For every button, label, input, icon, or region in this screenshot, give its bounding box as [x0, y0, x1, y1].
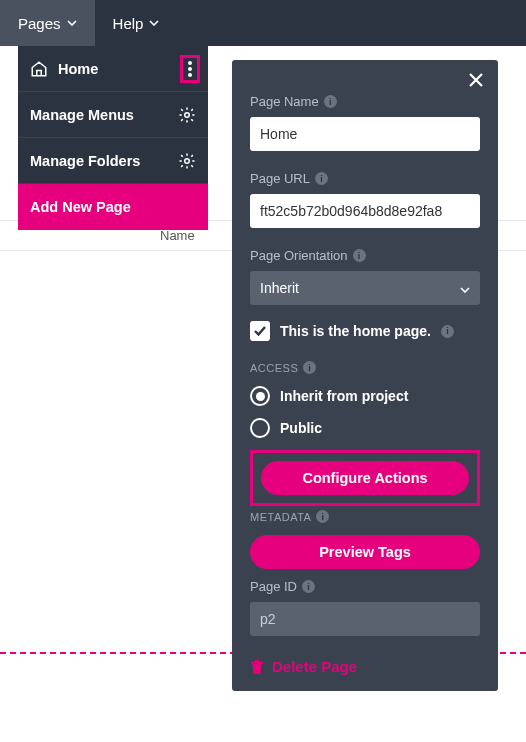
sidebar-item-home[interactable]: Home [18, 46, 208, 92]
radio-icon [250, 386, 270, 406]
manage-folders-label: Manage Folders [30, 153, 140, 169]
orientation-value: Inherit [260, 280, 299, 296]
sidebar-item-manage-folders[interactable]: Manage Folders [18, 138, 208, 184]
access-section-header: ACCESS i [250, 361, 480, 374]
chevron-down-icon [67, 20, 77, 26]
radio-icon [250, 418, 270, 438]
home-page-checkbox-row[interactable]: This is the home page. i [250, 321, 480, 341]
page-url-input[interactable] [250, 194, 480, 228]
page-name-input[interactable] [250, 117, 480, 151]
topbar: Pages Help [0, 0, 526, 46]
configure-actions-highlight: Configure Actions [250, 450, 480, 506]
topbar-help-label: Help [113, 15, 144, 32]
info-icon[interactable]: i [441, 325, 454, 338]
info-icon[interactable]: i [324, 95, 337, 108]
svg-point-0 [185, 112, 190, 117]
orientation-label: Page Orientation i [250, 248, 480, 263]
svg-point-1 [185, 158, 190, 163]
access-inherit-radio[interactable]: Inherit from project [250, 386, 480, 406]
metadata-section-header: METADATA i [250, 510, 480, 523]
info-icon[interactable]: i [316, 510, 329, 523]
delete-page-label: Delete Page [272, 658, 357, 675]
chevron-down-icon [149, 20, 159, 26]
home-icon [30, 60, 48, 78]
info-icon[interactable]: i [315, 172, 328, 185]
preview-tags-button[interactable]: Preview Tags [250, 535, 480, 569]
info-icon[interactable]: i [303, 361, 316, 374]
trash-icon [250, 659, 264, 675]
info-icon[interactable]: i [353, 249, 366, 262]
topbar-help[interactable]: Help [95, 0, 178, 46]
page-url-label: Page URL i [250, 171, 480, 186]
page-id-label: Page ID i [250, 579, 480, 594]
close-button[interactable] [466, 70, 486, 90]
add-new-page-label: Add New Page [30, 199, 131, 215]
name-column-header: Name [160, 228, 195, 243]
configure-actions-button[interactable]: Configure Actions [261, 461, 469, 495]
topbar-pages-label: Pages [18, 15, 61, 32]
page-id-input [250, 602, 480, 636]
checkbox-icon[interactable] [250, 321, 270, 341]
context-menu-highlight [180, 55, 200, 83]
access-inherit-label: Inherit from project [280, 388, 408, 404]
access-public-radio[interactable]: Public [250, 418, 480, 438]
gear-icon[interactable] [178, 152, 196, 170]
home-checkbox-label: This is the home page. [280, 323, 431, 339]
access-public-label: Public [280, 420, 322, 436]
kebab-menu-icon[interactable] [188, 61, 192, 77]
gear-icon[interactable] [178, 106, 196, 124]
topbar-pages[interactable]: Pages [0, 0, 95, 46]
sidebar-home-label: Home [58, 61, 98, 77]
page-name-label: Page Name i [250, 94, 480, 109]
chevron-down-icon [460, 280, 470, 296]
pages-sidebar: Home Manage Menus Manage Folders Add New… [18, 46, 208, 230]
sidebar-item-manage-menus[interactable]: Manage Menus [18, 92, 208, 138]
sidebar-item-add-new-page[interactable]: Add New Page [18, 184, 208, 230]
info-icon[interactable]: i [302, 580, 315, 593]
manage-menus-label: Manage Menus [30, 107, 134, 123]
orientation-select[interactable]: Inherit [250, 271, 480, 305]
page-properties-panel: Page Name i Page URL i Page Orientation … [232, 60, 498, 691]
delete-page-button[interactable]: Delete Page [250, 658, 480, 675]
